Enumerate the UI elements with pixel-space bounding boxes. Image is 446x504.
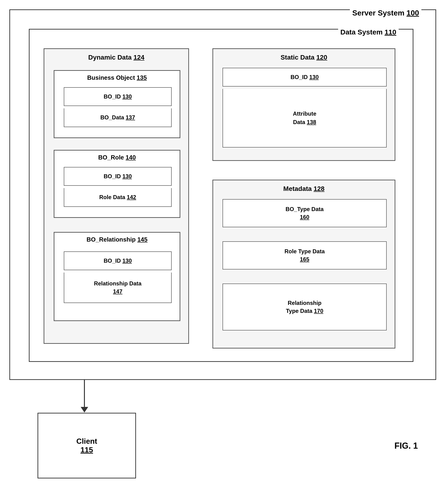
bo-type-data-number: 160 [300,214,309,220]
static-data-text: Static Data [281,54,314,61]
dynamic-data-number: 124 [133,54,144,61]
static-data-number: 120 [316,54,327,61]
business-object-bo-id-row: BO_ID 130 [64,87,172,106]
dynamic-data-box: Dynamic Data 124 Business Object 135 BO_… [44,48,189,344]
bo-relationship-data-row: Relationship Data 147 [64,272,172,303]
bo-role-id-row: BO_ID 130 [64,167,172,186]
role-type-data-label: Role Type Data [285,248,325,254]
bo-relationship-text: BO_Relationship [87,236,136,243]
data-system-text: Data System [340,28,383,36]
relationship-data-number: 147 [113,288,122,295]
static-data-bo-id-row: BO_ID 130 [223,68,387,87]
dynamic-data-text: Dynamic Data [88,54,132,61]
arrow-head-icon [81,407,88,413]
attr-data-number: 138 [307,119,316,125]
static-data-box: Static Data 120 BO_ID 130 AttributeData … [213,48,395,161]
metadata-text: Metadata [283,185,312,192]
client-number: 115 [80,446,93,454]
bo-rel-id-label: BO_ID [104,257,121,264]
metadata-number: 128 [314,185,324,192]
relationship-data-label: Relationship Data [94,280,142,287]
metadata-box: Metadata 128 BO_Type Data 160 Role Type … [213,180,395,348]
page: Server System 100 Data System 110 Dynami… [0,0,446,504]
bo-data-number: 137 [126,114,135,121]
bo-data-label: BO_Data [100,114,124,121]
business-object-box: Business Object 135 BO_ID 130 BO_Data 13… [54,70,180,138]
role-data-label: Role Data [99,194,125,200]
bo-role-data-row: Role Data 142 [64,188,172,207]
static-bo-id-label: BO_ID [290,74,308,80]
bo-role-label: BO_Role 140 [98,154,136,161]
bo-role-id-number: 130 [122,173,132,180]
bo-role-number: 140 [126,154,136,161]
bo-relationship-number: 145 [137,236,147,243]
bo-relationship-label: BO_Relationship 145 [87,236,147,243]
rel-type-data-number: 170 [314,308,323,314]
role-data-number: 142 [127,194,136,200]
metadata-label: Metadata 128 [283,185,324,193]
business-object-label: Business Object 135 [87,74,147,81]
business-object-number: 135 [137,74,147,81]
bo-role-text: BO_Role [98,154,124,161]
business-object-text: Business Object [87,74,135,81]
figure-label: FIG. 1 [394,441,418,451]
server-system-text: Server System [352,9,404,17]
metadata-role-type-row: Role Type Data 165 [223,241,387,270]
data-system-box: Data System 110 Dynamic Data 124 Busines… [29,29,413,362]
arrow-line [84,380,85,408]
server-system-number: 100 [407,9,419,17]
client-box: Client 115 [37,413,136,478]
business-object-bo-data-row: BO_Data 137 [64,108,172,127]
data-system-label: Data System 110 [338,28,399,36]
static-data-label: Static Data 120 [281,54,327,61]
bo-id-number: 130 [122,93,132,100]
client-label: Client [76,437,97,446]
role-type-data-number: 165 [300,256,309,262]
server-system-label: Server System 100 [350,9,421,17]
metadata-rel-type-row: RelationshipType Data 170 [223,284,387,330]
dynamic-data-label: Dynamic Data 124 [88,54,144,61]
metadata-bo-type-row: BO_Type Data 160 [223,199,387,227]
bo-role-box: BO_Role 140 BO_ID 130 Role Data 142 [54,150,180,218]
bo-role-id-label: BO_ID [104,173,121,180]
bo-relationship-box: BO_Relationship 145 BO_ID 130 Relationsh… [54,232,180,321]
static-bo-id-number: 130 [309,74,319,80]
server-system-box: Server System 100 Data System 110 Dynami… [9,9,436,380]
data-system-number: 110 [385,28,396,36]
bo-relationship-id-row: BO_ID 130 [64,252,172,270]
bo-rel-id-number: 130 [122,257,132,264]
static-data-attribute-row: AttributeData 138 [223,89,387,147]
bo-id-label: BO_ID [104,93,121,100]
bo-type-data-label: BO_Type Data [285,206,324,212]
